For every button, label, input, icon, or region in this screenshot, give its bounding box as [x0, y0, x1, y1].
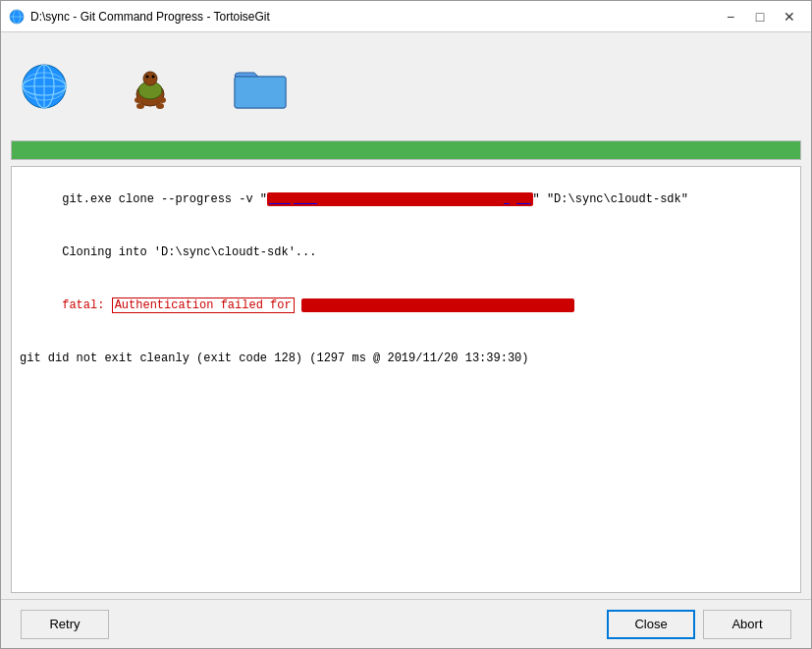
minimize-button[interactable]: − — [717, 3, 744, 30]
window-title: D:\sync - Git Command Progress - Tortois… — [30, 10, 717, 24]
output-line-3: fatal: Authentication failed for 'http:/… — [20, 279, 792, 332]
title-bar: D:\sync - Git Command Progress - Tortois… — [1, 1, 811, 32]
close-button[interactable]: Close — [607, 610, 695, 639]
globe-icon — [21, 63, 68, 110]
cloning-text: Cloning into 'D:\sync\cloudt-sdk'... — [62, 245, 316, 259]
svg-point-11 — [143, 72, 157, 85]
progress-bar-fill — [12, 141, 800, 159]
output-area: git.exe clone --progress -v "http://████… — [11, 166, 801, 593]
svg-point-13 — [152, 76, 155, 79]
footer: Retry Close Abort — [1, 599, 811, 648]
svg-point-12 — [146, 76, 149, 79]
svg-rect-19 — [235, 77, 286, 108]
git-command-suffix: " "D:\sync\cloudt-sdk" — [533, 192, 688, 206]
maximize-button[interactable]: □ — [746, 3, 774, 30]
output-line-2: Cloning into 'D:\sync\cloudt-sdk'... — [20, 226, 792, 279]
close-window-button[interactable]: ✕ — [776, 3, 803, 30]
auth-failed-text: Authentication failed for — [112, 297, 295, 313]
svg-point-17 — [156, 103, 164, 109]
title-bar-icon — [9, 9, 25, 25]
svg-point-15 — [158, 97, 166, 103]
fatal-label: fatal: — [62, 298, 111, 312]
folder-icon — [233, 63, 288, 110]
svg-point-14 — [135, 97, 142, 103]
output-line-4: git did not exit cleanly (exit code 128)… — [20, 350, 792, 367]
footer-left: Retry — [21, 610, 599, 639]
failed-url: 'http://████████████████████████.git/' — [301, 298, 574, 312]
retry-button[interactable]: Retry — [21, 610, 109, 639]
output-line-1: git.exe clone --progress -v "http://████… — [20, 173, 792, 226]
git-command-prefix: git.exe clone --progress -v " — [62, 192, 267, 206]
window-controls: − □ ✕ — [717, 3, 803, 30]
output-line-empty — [20, 332, 792, 350]
main-window: D:\sync - Git Command Progress - Tortois… — [0, 0, 812, 649]
header-icons-area — [1, 32, 811, 140]
svg-point-16 — [136, 103, 144, 109]
progress-bar-container — [11, 140, 801, 160]
tortoise-icon — [127, 57, 174, 116]
abort-button[interactable]: Abort — [703, 610, 791, 639]
git-clone-url: http://██████████████████████████.git — [267, 192, 532, 206]
